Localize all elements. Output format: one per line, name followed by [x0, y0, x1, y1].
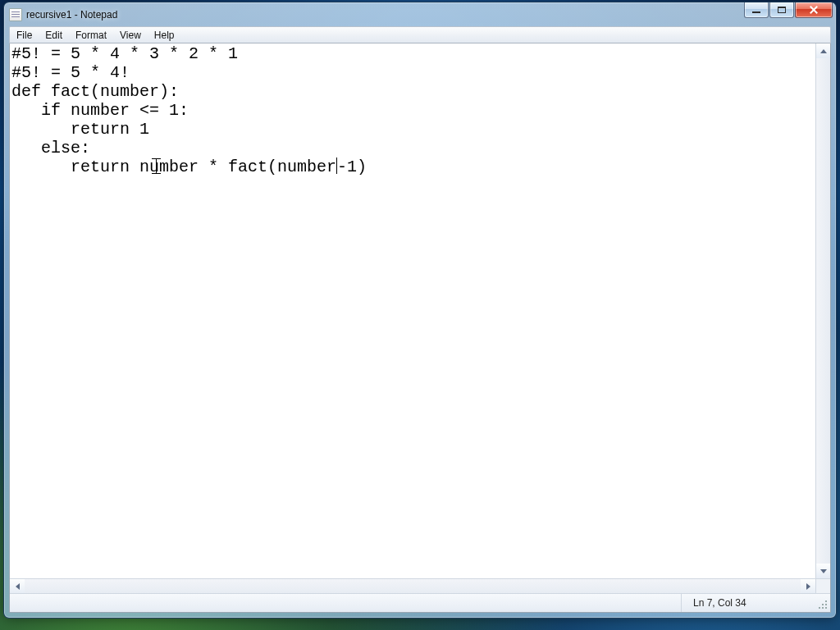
window-title: recursive1 - Notepad: [26, 9, 117, 21]
menu-format[interactable]: Format: [69, 27, 113, 43]
menu-edit[interactable]: Edit: [39, 27, 69, 43]
vertical-scroll-track[interactable]: [816, 58, 830, 564]
minimize-button[interactable]: [744, 2, 769, 18]
chevron-up-icon: [820, 49, 827, 53]
menu-file[interactable]: File: [10, 27, 39, 43]
menu-help[interactable]: Help: [148, 27, 181, 43]
chevron-left-icon: [16, 583, 20, 590]
menubar: File Edit Format View Help: [9, 26, 831, 43]
scrollbar-corner: [815, 578, 830, 593]
chevron-right-icon: [806, 583, 810, 590]
statusbar: Ln 7, Col 34: [10, 593, 830, 612]
notepad-app-icon: [9, 8, 22, 21]
notepad-window: recursive1 - Notepad File Edit Format Vi…: [3, 2, 837, 619]
resize-grip-icon[interactable]: [812, 594, 830, 612]
maximize-icon: [778, 7, 786, 13]
chevron-down-icon: [820, 569, 827, 573]
text-editor[interactable]: #5! = 5 * 4 * 3 * 2 * 1 #5! = 5 * 4! def…: [10, 43, 815, 578]
caption-buttons: [744, 2, 833, 18]
menu-view[interactable]: View: [113, 27, 148, 43]
minimize-icon: [752, 11, 760, 13]
client-area: #5! = 5 * 4 * 3 * 2 * 1 #5! = 5 * 4! def…: [9, 43, 831, 613]
scroll-right-button[interactable]: [801, 579, 815, 593]
horizontal-scrollbar[interactable]: [10, 578, 815, 593]
editor-viewport: #5! = 5 * 4 * 3 * 2 * 1 #5! = 5 * 4! def…: [10, 43, 830, 593]
maximize-button[interactable]: [769, 2, 794, 18]
scroll-up-button[interactable]: [816, 43, 830, 58]
status-cursor-position: Ln 7, Col 34: [681, 594, 812, 612]
close-button[interactable]: [795, 2, 833, 18]
scroll-left-button[interactable]: [10, 579, 25, 593]
close-icon: [809, 5, 819, 15]
vertical-scrollbar[interactable]: [815, 43, 830, 578]
horizontal-scroll-track[interactable]: [25, 579, 801, 593]
titlebar[interactable]: recursive1 - Notepad: [4, 2, 836, 26]
scroll-down-button[interactable]: [816, 564, 830, 578]
